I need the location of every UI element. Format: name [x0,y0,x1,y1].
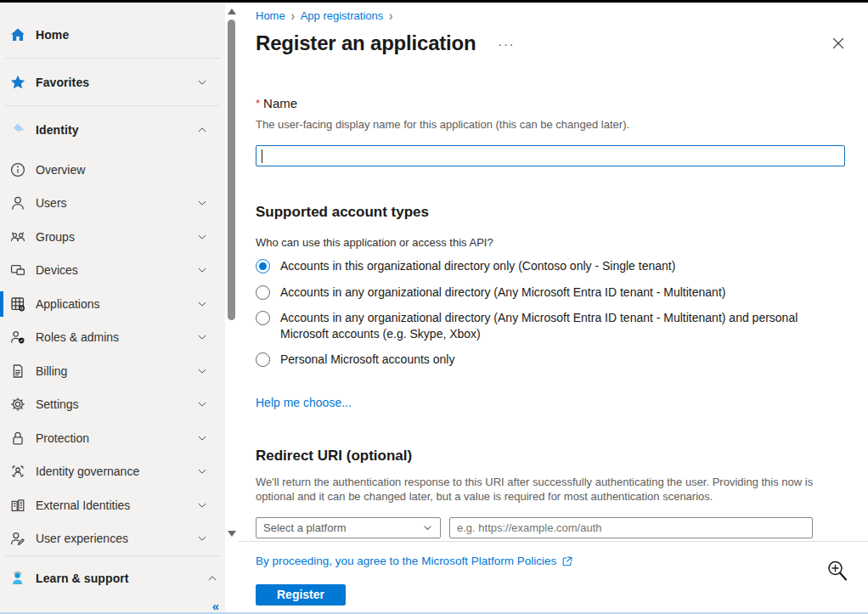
sidebar-item-roles-admins[interactable]: Roles & admins [0,321,225,355]
chevron-up-icon [196,124,208,136]
supported-account-types-heading: Supported account types [256,204,845,221]
sidebar-item-users[interactable]: Users [0,187,225,221]
zoom-in-magnifier-icon[interactable] [826,559,849,584]
breadcrumb-link-app-registrations[interactable]: App registrations [301,9,384,22]
sidebar-item-label: External Identities [36,499,189,512]
account-type-radio-option-4[interactable]: Personal Microsoft accounts only [256,352,845,368]
gear-icon [9,396,26,413]
name-input[interactable] [256,145,845,166]
app-grid-icon [9,296,26,313]
learn-person-icon [9,570,26,587]
sidebar-item-label: Identity [36,123,189,137]
sidebar-item-learn-support[interactable]: Learn & support [0,556,225,600]
devices-icon [9,262,26,279]
sidebar: Home Favorites Identity Overview Users G… [0,3,225,612]
required-marker: * [256,97,260,110]
sidebar-item-label: Favorites [36,76,189,89]
scrollbar-thumb[interactable] [228,20,235,320]
chevron-down-icon [196,499,208,511]
info-circle-icon [9,161,26,178]
text-cursor [262,149,262,163]
sidebar-bottom-section: Learn & support « [0,555,225,614]
sidebar-item-groups[interactable]: Groups [0,220,225,254]
sidebar-item-label: Roles & admins [36,330,189,344]
chevron-down-icon [196,231,208,243]
sidebar-item-label: Settings [36,397,189,411]
identity-diamond-icon [9,121,26,138]
register-application-panel: Home › App registrations › Register an a… [238,3,868,541]
user-pencil-icon [9,530,26,547]
page-title: Register an application [256,31,476,55]
sidebar-item-home[interactable]: Home [0,11,225,58]
panel-header: Register an application ··· [256,31,845,55]
redirect-uri-input[interactable] [449,517,813,538]
sidebar-item-label: User experiences [36,532,189,545]
breadcrumb-separator-icon: › [291,8,295,23]
sidebar-item-applications[interactable]: Applications [0,287,225,321]
platform-select[interactable]: Select a platform [256,517,441,538]
sidebar-item-identity-governance[interactable]: Identity governance [0,455,225,489]
sidebar-item-label: Billing [36,364,189,378]
sidebar-item-user-experiences[interactable]: User experiences [0,522,225,556]
sidebar-item-label: Devices [36,263,189,277]
scroll-up-arrow-icon[interactable] [228,8,236,14]
governance-icon [9,463,26,480]
breadcrumb-link-home[interactable]: Home [256,9,285,22]
panel-footer: By proceeding, you agree to the Microsof… [238,541,868,612]
external-link-icon [561,555,573,567]
account-type-radio-option-3[interactable]: Accounts in any organizational directory… [256,310,845,341]
chevron-down-icon [196,197,208,209]
radio-button[interactable] [256,285,270,300]
account-type-radio-option-1[interactable]: Accounts in this organizational director… [256,258,845,274]
platform-policies-link-text: By proceeding, you agree to the Microsof… [256,555,556,567]
sidebar-item-label: Learn & support [36,572,200,585]
star-icon [9,74,26,91]
radio-button[interactable] [256,311,270,325]
breadcrumb-separator-icon: › [389,8,392,23]
sidebar-item-devices[interactable]: Devices [0,254,225,288]
radio-option-label: Personal Microsoft accounts only [280,352,454,368]
radio-option-label: Accounts in any organizational directory… [280,284,725,301]
radio-button[interactable] [256,259,270,273]
radio-option-label: Accounts in any organizational directory… [280,310,834,341]
chevron-down-icon [196,76,208,88]
register-button[interactable]: Register [256,584,346,606]
name-field-label-row: *Name [256,96,845,110]
sidebar-item-overview[interactable]: Overview [0,153,225,187]
role-shield-icon [9,329,26,346]
redirect-uri-description: We'll return the authentication response… [256,475,826,504]
window-top-edge [0,0,868,3]
chevron-down-icon [196,365,208,377]
user-icon [9,194,26,211]
sidebar-item-settings[interactable]: Settings [0,388,225,422]
platform-policies-link[interactable]: By proceeding, you agree to the Microsof… [256,555,573,567]
platform-select-value: Select a platform [263,521,422,534]
sidebar-item-label: Groups [36,230,189,244]
content-scrollbar[interactable] [225,3,238,541]
sidebar-item-external-identities[interactable]: External Identities [0,488,225,522]
sidebar-item-label: Protection [36,431,189,445]
sidebar-item-protection[interactable]: Protection [0,421,225,455]
sidebar-item-identity[interactable]: Identity [0,106,225,153]
sidebar-item-billing[interactable]: Billing [0,354,225,388]
radio-button[interactable] [256,352,270,367]
home-icon [9,26,26,43]
account-types-question: Who can use this application or access t… [256,236,845,249]
chevron-down-icon [196,264,208,276]
account-type-radio-option-2[interactable]: Accounts in any organizational directory… [256,284,845,301]
scroll-down-arrow-icon[interactable] [228,531,236,537]
chevron-up-icon [206,572,218,584]
chevron-down-icon [196,532,208,544]
account-type-radio-group: Accounts in this organizational director… [256,258,845,368]
name-field-description: The user-facing display name for this ap… [256,118,845,131]
sidebar-item-favorites[interactable]: Favorites [0,59,225,105]
close-icon[interactable] [831,37,845,50]
more-menu-icon[interactable]: ··· [498,40,515,48]
sidebar-item-label: Identity governance [36,465,189,478]
lock-icon [9,430,26,447]
collapse-sidebar-icon[interactable]: « [212,600,218,612]
help-me-choose-link[interactable]: Help me choose... [256,396,352,409]
redirect-uri-heading: Redirect URI (optional) [256,448,845,465]
radio-option-label: Accounts in this organizational director… [280,258,675,274]
chevron-down-icon [422,522,433,533]
